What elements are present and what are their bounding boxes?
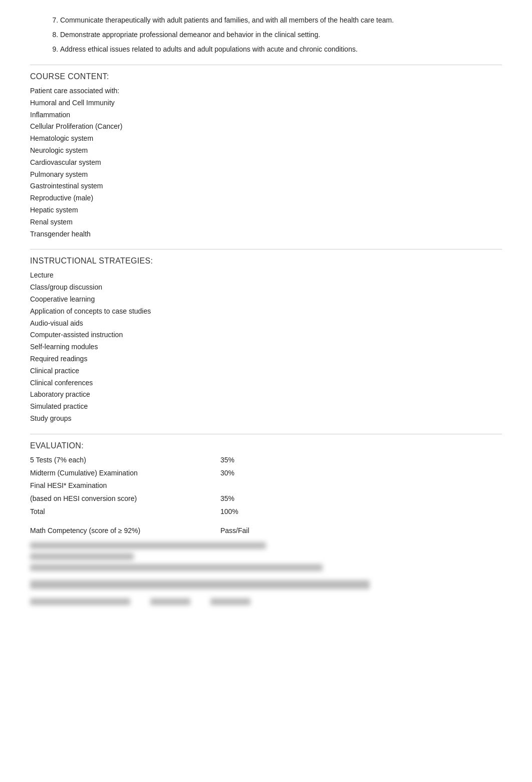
course-content-body: Patient care associated with: Humoral an…	[30, 85, 502, 240]
course-content-item-0: Humoral and Cell Immunity	[30, 97, 502, 109]
instructional-item-0: Lecture	[30, 270, 502, 282]
list-item-9: Address ethical issues related to adults…	[60, 44, 502, 55]
math-competency-value: Pass/Fail	[220, 525, 271, 537]
redacted-line-4	[30, 580, 370, 589]
course-content-item-2: Cellular Proliferation (Cancer)	[30, 121, 502, 133]
course-content-item-6: Pulmonary system	[30, 169, 502, 181]
course-content-item-7: Gastrointestinal system	[30, 180, 502, 192]
math-competency-row: Math Competency (score of ≥ 92%) Pass/Fa…	[30, 525, 502, 537]
instructional-items: LectureClass/group discussionCooperative…	[30, 270, 502, 424]
instructional-strategies-section: INSTRUCTIONAL STRATEGIES: LectureClass/g…	[30, 256, 502, 424]
instructional-item-12: Study groups	[30, 413, 502, 425]
course-content-item-3: Hematologic system	[30, 133, 502, 145]
redacted-row-item-1	[30, 598, 130, 605]
course-content-item-5: Cardiovascular system	[30, 157, 502, 169]
eval-value-2	[220, 480, 271, 492]
evaluation-row-0: 5 Tests (7% each)35%	[30, 454, 502, 466]
instructional-item-2: Cooperative learning	[30, 294, 502, 306]
eval-value-4: 100%	[220, 506, 271, 518]
redacted-row-item-2	[150, 598, 190, 605]
instructional-item-1: Class/group discussion	[30, 282, 502, 294]
math-competency-label: Math Competency (score of ≥ 92%)	[30, 525, 220, 537]
eval-label-3: (based on HESI conversion score)	[30, 493, 220, 505]
course-content-item-9: Hepatic system	[30, 204, 502, 216]
course-content-item-8: Reproductive (male)	[30, 192, 502, 204]
instructional-strategies-heading: INSTRUCTIONAL STRATEGIES:	[30, 256, 502, 266]
redacted-line-2	[30, 553, 134, 560]
eval-value-3: 35%	[220, 493, 271, 505]
eval-label-0: 5 Tests (7% each)	[30, 454, 220, 466]
course-content-item-1: Inflammation	[30, 109, 502, 121]
instructional-strategies-divider	[30, 249, 502, 249]
evaluation-row-1: Midterm (Cumulative) Examination30%	[30, 467, 502, 479]
redacted-content	[30, 542, 502, 605]
list-item-8: Demonstrate appropriate professional dem…	[60, 30, 502, 40]
eval-value-0: 35%	[220, 454, 271, 466]
evaluation-row-2: Final HESI* Examination	[30, 480, 502, 492]
instructional-item-9: Clinical conferences	[30, 377, 502, 389]
evaluation-rows: 5 Tests (7% each)35%Midterm (Cumulative)…	[30, 454, 502, 518]
course-content-section: COURSE CONTENT: Patient care associated …	[30, 72, 502, 240]
instructional-item-6: Self-learning modules	[30, 341, 502, 353]
evaluation-row-4: Total100%	[30, 506, 502, 518]
redacted-row-1	[30, 598, 502, 605]
eval-label-4: Total	[30, 506, 220, 518]
course-content-item-10: Renal system	[30, 216, 502, 228]
instructional-item-8: Clinical practice	[30, 365, 502, 377]
redacted-line-1	[30, 542, 266, 549]
redacted-row-item-3	[210, 598, 250, 605]
course-content-item-11: Transgender health	[30, 228, 502, 240]
evaluation-table: 5 Tests (7% each)35%Midterm (Cumulative)…	[30, 454, 502, 537]
instructional-item-4: Audio-visual aids	[30, 318, 502, 330]
list-item-7: Communicate therapeutically with adult p…	[60, 15, 502, 26]
instructional-item-3: Application of concepts to case studies	[30, 306, 502, 318]
instructional-item-11: Simulated practice	[30, 401, 502, 413]
instructional-item-5: Computer-assisted instruction	[30, 329, 502, 341]
eval-value-1: 30%	[220, 467, 271, 479]
redacted-line-3	[30, 564, 323, 571]
course-content-items: Humoral and Cell ImmunityInflammationCel…	[30, 97, 502, 240]
course-content-item-4: Neurologic system	[30, 145, 502, 157]
course-content-intro: Patient care associated with:	[30, 85, 502, 97]
evaluation-section: EVALUATION: 5 Tests (7% each)35%Midterm …	[30, 441, 502, 605]
instructional-item-7: Required readings	[30, 353, 502, 365]
course-content-heading: COURSE CONTENT:	[30, 72, 502, 81]
evaluation-heading: EVALUATION:	[30, 441, 502, 450]
eval-label-1: Midterm (Cumulative) Examination	[30, 467, 220, 479]
eval-label-2: Final HESI* Examination	[30, 480, 220, 492]
instructional-strategies-body: LectureClass/group discussionCooperative…	[30, 270, 502, 424]
instructional-item-10: Laboratory practice	[30, 389, 502, 401]
evaluation-row-3: (based on HESI conversion score)35%	[30, 493, 502, 505]
evaluation-divider	[30, 434, 502, 434]
course-content-divider	[30, 65, 502, 65]
numbered-list: Communicate therapeutically with adult p…	[60, 15, 502, 55]
